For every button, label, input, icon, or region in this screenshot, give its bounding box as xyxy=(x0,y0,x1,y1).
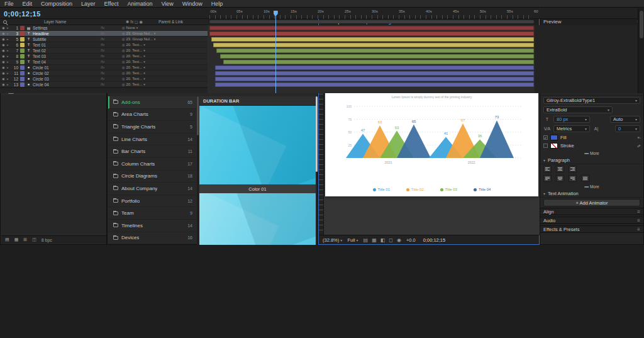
layer-color-chip[interactable] xyxy=(20,43,25,47)
viewer-timecode[interactable]: 0;00;12;15 xyxy=(423,237,445,243)
fill-checkbox[interactable]: ✓ xyxy=(543,135,548,140)
paragraph-justify-full-button[interactable] xyxy=(581,175,589,182)
parent-link-dropdown[interactable]: ◎20. Text...▾ xyxy=(121,48,208,52)
parent-link-dropdown[interactable]: ◎None▾ xyxy=(121,26,208,30)
camera-icon[interactable]: ◉ xyxy=(397,237,401,243)
menu-item-view[interactable]: View xyxy=(157,0,177,8)
category-about-company[interactable]: About Company14 xyxy=(108,183,196,195)
menu-item-help[interactable]: Help xyxy=(207,0,228,8)
layer-duration-bar[interactable] xyxy=(215,77,534,81)
layer-row-subtitle[interactable]: ◉▸5TSubtitle/fx◎23. Group Nul...▾ xyxy=(0,37,638,42)
parent-link-dropdown[interactable]: ◎20. Text...▾ xyxy=(121,60,208,64)
paragraph-align-right-button[interactable] xyxy=(569,166,577,172)
category-bar-charts[interactable]: Bar Charts11 xyxy=(108,145,196,158)
pickwhip-icon[interactable]: ◎ xyxy=(122,71,125,75)
layer-color-chip[interactable] xyxy=(20,26,25,30)
parent-link-dropdown[interactable]: ◎20. Text...▾ xyxy=(121,54,208,58)
eyedropper-icon[interactable]: ✎ xyxy=(636,144,641,148)
layer-color-chip[interactable] xyxy=(20,71,25,76)
preset-preview-image[interactable] xyxy=(199,106,316,184)
create-folder-icon[interactable]: ▦ xyxy=(14,237,19,242)
kerning-dropdown[interactable]: Metrics ▾ xyxy=(553,125,590,132)
layer-color-chip[interactable] xyxy=(20,54,25,59)
menu-item-edit[interactable]: Edit xyxy=(18,0,37,8)
layer-duration-bar[interactable] xyxy=(223,60,534,64)
category-triangle-charts[interactable]: Triangle Charts5 xyxy=(108,121,196,133)
eyedropper-icon[interactable]: ⤓ xyxy=(636,136,641,138)
leading-dropdown[interactable]: Auto ▾ xyxy=(610,116,640,123)
playhead-line[interactable] xyxy=(275,11,276,93)
category-circle-diagrams[interactable]: Circle Diagrams18 xyxy=(108,171,196,183)
twirl-icon[interactable]: ▸ xyxy=(7,43,12,47)
layer-row-text-04[interactable]: ◉▸9TText 04/fx◎20. Text...▾ xyxy=(0,59,638,65)
eye-icon[interactable]: ◉ xyxy=(0,26,7,30)
paragraph-align-left-button[interactable] xyxy=(543,166,552,172)
pickwhip-icon[interactable]: ◎ xyxy=(122,43,125,47)
pickwhip-icon[interactable]: ◎ xyxy=(122,82,125,86)
layer-row-circle-03[interactable]: ◉▸12●Circle 03/fx◎20. Text...▾ xyxy=(0,76,638,82)
twirl-icon[interactable]: ▸ xyxy=(7,71,12,75)
layer-duration-bar[interactable] xyxy=(211,37,534,42)
parent-link-dropdown[interactable]: ◎20. Text...▾ xyxy=(121,77,208,81)
parent-link-dropdown[interactable]: ◎20. Text...▾ xyxy=(121,71,208,75)
layer-color-chip[interactable] xyxy=(20,37,25,42)
pickwhip-icon[interactable]: ◎ xyxy=(122,31,125,35)
pickwhip-icon[interactable]: ◎ xyxy=(122,48,125,52)
pickwhip-icon[interactable]: ◎ xyxy=(122,37,125,41)
menu-item-effect[interactable]: Effect xyxy=(100,0,123,8)
region-of-interest-icon[interactable]: ◻ xyxy=(389,237,393,243)
parent-link-dropdown[interactable]: ◎23. Group Nul...▾ xyxy=(121,31,208,35)
eye-icon[interactable]: ◉ xyxy=(0,54,7,58)
add-animator-button[interactable]: + Add Animator xyxy=(543,199,640,206)
paragraph-align-center-button[interactable] xyxy=(556,166,564,172)
layer-duration-bar[interactable] xyxy=(215,71,534,76)
resolution-dropdown[interactable]: Full ▾ xyxy=(347,237,358,243)
category-portfolio[interactable]: Portfolio12 xyxy=(108,195,196,208)
layer-color-chip[interactable] xyxy=(20,60,25,64)
panel-menu-icon[interactable]: ≡ xyxy=(637,218,640,223)
always-preview-icon[interactable]: ▤ xyxy=(364,237,369,243)
twirl-icon[interactable]: ▸ xyxy=(7,48,12,52)
exposure-value[interactable]: +0.0 xyxy=(406,237,416,243)
menu-item-layer[interactable]: Layer xyxy=(77,0,100,8)
layer-color-chip[interactable] xyxy=(20,48,25,53)
column-layer-name[interactable]: Layer Name xyxy=(44,20,66,24)
tracking-dropdown[interactable]: 0 ▾ xyxy=(615,125,640,132)
parent-link-dropdown[interactable]: ◎20. Text...▾ xyxy=(121,65,208,69)
layer-duration-bar[interactable] xyxy=(213,43,534,47)
eye-icon[interactable]: ◉ xyxy=(0,82,7,86)
layer-duration-bar[interactable] xyxy=(209,31,534,36)
paragraph-justify-left-button[interactable] xyxy=(543,175,552,182)
pickwhip-icon[interactable]: ◎ xyxy=(122,65,125,69)
paragraph-justify-center-button[interactable] xyxy=(556,175,564,182)
delete-item-icon[interactable]: ◫ xyxy=(32,237,36,242)
text-more-button[interactable]: ••• More xyxy=(540,150,643,157)
eye-icon[interactable]: ◉ xyxy=(0,43,7,47)
layer-duration-bar[interactable] xyxy=(215,82,534,87)
category-timelines[interactable]: Timelines14 xyxy=(108,220,196,232)
stroke-color-swatch[interactable] xyxy=(550,143,558,149)
layer-row-circle-04[interactable]: ◉▸13●Circle 04/fx◎20. Text...▾ xyxy=(0,82,638,87)
align-panel-header[interactable]: Align ≡ xyxy=(540,208,643,215)
layer-duration-bar[interactable] xyxy=(216,48,534,53)
paragraph-more-button[interactable]: ••• More xyxy=(540,183,643,190)
eye-icon[interactable]: ◉ xyxy=(0,48,7,52)
font-size-dropdown[interactable]: 80 px ▾ xyxy=(553,116,590,123)
pickwhip-icon[interactable]: ◎ xyxy=(122,60,125,64)
timeline-scrollbar[interactable] xyxy=(638,8,644,93)
parent-link-dropdown[interactable]: ◎20. Text...▾ xyxy=(121,82,208,86)
eye-icon[interactable]: ◉ xyxy=(0,65,7,69)
layer-row-headline[interactable]: ◉▸3THeadline/fx◎23. Group Nul...▾ xyxy=(0,31,638,37)
eye-icon[interactable]: ◉ xyxy=(0,37,7,41)
layer-color-chip[interactable] xyxy=(20,65,25,70)
chevron-down-icon[interactable]: ▾ xyxy=(543,158,545,162)
layer-row-text-02[interactable]: ◉▸7TText 02/fx◎20. Text...▾ xyxy=(0,48,638,54)
create-composition-icon[interactable]: ⊞ xyxy=(23,237,27,242)
menu-item-window[interactable]: Window xyxy=(178,0,207,8)
layer-row-circle-01[interactable]: ◉▸10●Circle 01/fx◎20. Text...▾ xyxy=(0,65,638,70)
font-style-dropdown[interactable]: ExtraBold ▾ xyxy=(543,106,613,113)
scrollbar-thumb[interactable] xyxy=(197,96,199,135)
layer-color-chip[interactable] xyxy=(20,31,25,36)
twirl-icon[interactable]: ▸ xyxy=(7,77,12,81)
eye-icon[interactable]: ◉ xyxy=(0,31,7,35)
